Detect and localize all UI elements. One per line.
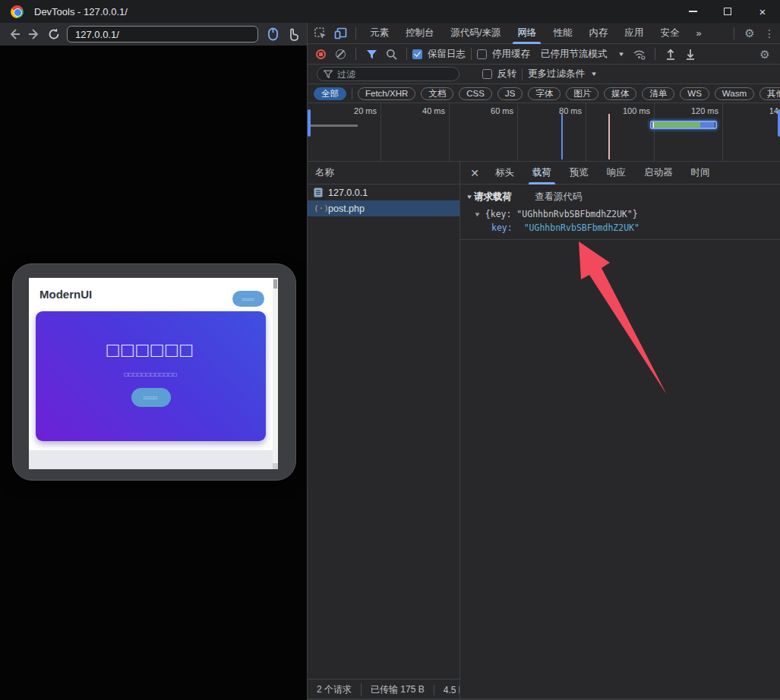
tab-performance[interactable]: 性能 [551,23,573,44]
back-button[interactable] [5,24,24,44]
details-tab-timing[interactable]: 时间 [691,162,710,184]
disable-cache-checkbox[interactable] [477,49,487,59]
mouse-tool-button[interactable] [263,24,283,44]
tick-label: 100 ms [605,106,650,115]
request-row-127001[interactable]: 127.0.0.1 [308,184,459,200]
inspect-element-button[interactable] [311,24,330,43]
search-network-button[interactable] [381,44,401,64]
refresh-button[interactable] [44,24,64,44]
network-settings-button[interactable]: ⚙ [755,44,775,64]
touch-icon [286,28,298,41]
network-status-bar: 2 个请求 已传输 175 B 4.5 kB [308,679,459,700]
device-toolbar-button[interactable] [330,24,350,43]
close-button[interactable]: × [745,0,780,23]
chip-css[interactable]: CSS [459,87,492,100]
request-type-chips: 全部 Fetch/XHR 文档 CSS JS 字体 图片 媒体 清单 WS Wa… [308,84,780,103]
chip-media[interactable]: 媒体 [604,87,636,100]
waterfall-blue-segment [700,122,715,128]
payload-section: ▼ 请求载荷 查看源代码 ▼ {key: "UGhhbnRvbSBFbmdhZ2… [460,184,780,240]
dcl-event-line [561,114,563,159]
divider [734,27,734,39]
tab-memory[interactable]: 内存 [587,23,609,44]
tab-sources[interactable]: 源代码/来源 [450,23,503,44]
devtools-tabbar: 元素 控制台 源代码/来源 网络 性能 内存 应用 安全 » ⚙ ⋮ [308,23,780,44]
network-toolbar: 保留日志 停用缓存 已停用节流模式 ▼ ⚙ [308,44,780,65]
close-details-button[interactable]: ✕ [463,167,486,179]
overview-left-handle[interactable] [308,109,311,137]
preserve-log-checkbox[interactable] [412,49,422,59]
section-caret-icon[interactable]: ▼ [466,194,473,200]
details-tab-preview[interactable]: 预览 [570,162,589,184]
url-input[interactable] [67,26,258,43]
chip-other[interactable]: 其他 [759,87,780,100]
divider [522,68,523,80]
site-brand: ModernUI [39,288,92,301]
hero-cta-button[interactable]: □□□□ [131,388,171,407]
network-conditions-button[interactable] [630,44,649,64]
devtools-menu-button[interactable]: ⋮ [759,24,779,43]
chip-all[interactable]: 全部 [314,87,346,100]
requests-table-header[interactable]: 名称 [308,162,459,184]
site-scrollbar[interactable] [273,278,278,469]
details-tab-headers[interactable]: 标头 [495,162,514,184]
invert-filter-checkbox[interactable] [482,69,492,79]
more-filters-caret-icon[interactable]: ▼ [590,71,598,77]
divider [471,48,472,60]
record-network-log-button[interactable] [311,44,330,64]
site-header-button[interactable]: □□□□ [232,291,264,307]
payload-json-preview-row[interactable]: ▼ {key: "UGhhbnRvbSBFbmdhZ2UK"} [475,209,638,219]
details-tab-response[interactable]: 响应 [607,162,626,184]
clear-network-log-button[interactable] [330,44,350,64]
search-icon [386,49,397,60]
chip-fetch-xhr[interactable]: Fetch/XHR [358,87,415,100]
gridline [381,103,381,161]
chip-doc[interactable]: 文档 [421,87,453,100]
inspect-cursor-icon [314,27,327,39]
minimize-button[interactable] [675,0,710,23]
view-source-link[interactable]: 查看源代码 [535,191,583,203]
network-filter-bar: 反转 更多过滤条件 ▼ [308,65,780,84]
tab-network[interactable]: 网络 [516,23,538,44]
more-tabs-button[interactable]: » [694,23,703,44]
network-overview-timeline[interactable]: 20 ms 40 ms 60 ms 80 ms 100 ms 120 ms 14 [308,103,780,162]
forward-button[interactable] [24,24,44,44]
upload-icon [665,49,676,60]
filter-input[interactable] [337,69,444,80]
import-har-button[interactable] [661,44,681,64]
tablet-screen: ModernUI □□□□ □□□□□□ □□□□□□□□□□□□ □□□□ [29,278,278,469]
chip-wasm[interactable]: Wasm [715,87,754,100]
request-name[interactable]: post.php [328,203,365,214]
site-header: ModernUI □□□□ [29,278,273,311]
touch-tool-button[interactable] [283,24,302,44]
details-tab-payload[interactable]: 载荷 [532,162,551,184]
details-tab-initiator[interactable]: 启动器 [644,162,673,184]
request-row-postphp[interactable]: (·) post.php [308,200,459,216]
chip-ws[interactable]: WS [680,87,709,100]
chip-js[interactable]: JS [497,87,523,100]
tab-elements[interactable]: 元素 [368,23,390,44]
name-column-header[interactable]: 名称 [315,166,334,179]
funnel-icon [324,70,333,78]
filter-toggle-button[interactable] [362,44,381,64]
chip-img[interactable]: 图片 [566,87,598,100]
more-filters-button[interactable]: 更多过滤条件 [528,68,585,80]
throttling-caret-icon[interactable]: ▼ [617,51,625,58]
chip-manifest[interactable]: 清单 [642,87,674,100]
site-scrollbar-thumb[interactable] [273,279,277,289]
export-har-button[interactable] [681,44,700,64]
gridline [722,103,723,161]
tree-caret-icon[interactable]: ▼ [475,211,480,218]
tab-application[interactable]: 应用 [623,23,645,44]
chip-font[interactable]: 字体 [528,87,561,100]
tab-security[interactable]: 安全 [658,23,681,44]
filter-input-pill[interactable] [317,67,459,81]
divider [655,48,655,60]
devtools-settings-button[interactable]: ⚙ [740,24,759,43]
details-tabbar: ✕ 标头 载荷 预览 响应 启动器 时间 [460,162,780,184]
request-name[interactable]: 127.0.0.1 [328,188,368,198]
tab-console[interactable]: 控制台 [404,23,436,44]
maximize-button[interactable] [710,0,745,23]
payload-key-row[interactable]: key: "UGhhbnRvbSBFbmdhZ2UK" [491,222,639,233]
throttling-select[interactable]: 已停用节流模式 [541,48,608,61]
site-scrollbar-corner [273,463,278,469]
